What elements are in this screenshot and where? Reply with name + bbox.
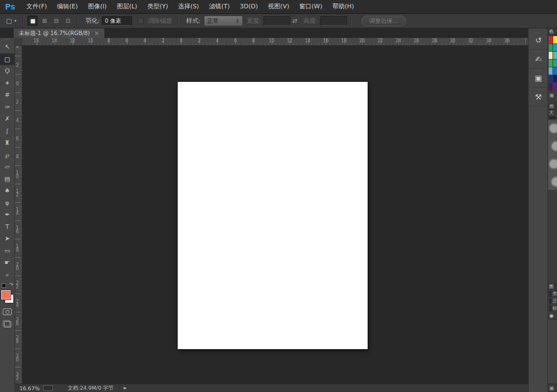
vertical-ruler[interactable]: 4202468101214161820222426283032 bbox=[14, 45, 22, 384]
tool-preset-picker[interactable]: ▢ ▾ bbox=[3, 17, 19, 24]
menu-item[interactable]: 图层(L) bbox=[112, 0, 143, 13]
foreground-color-swatch[interactable] bbox=[1, 290, 11, 300]
menu-item[interactable]: 视图(V) bbox=[263, 0, 294, 13]
swatch[interactable] bbox=[553, 67, 557, 75]
swatch[interactable] bbox=[549, 83, 553, 90]
layers-control-row[interactable]: 正 bbox=[548, 297, 557, 305]
brushes-panel-header[interactable]: 画 bbox=[548, 102, 557, 110]
menu-item[interactable]: 窗口(W) bbox=[294, 0, 327, 13]
zoom-tool[interactable]: ⌕ bbox=[0, 269, 14, 281]
quick-mask-button[interactable] bbox=[0, 306, 14, 317]
brush-preset[interactable] bbox=[549, 124, 557, 133]
path-selection-tool[interactable]: ➤ bbox=[0, 233, 14, 245]
menu-item[interactable]: 选择(S) bbox=[173, 0, 204, 13]
menu-item[interactable]: 滤镜(T) bbox=[204, 0, 234, 13]
ruler-number: 26 bbox=[15, 318, 19, 326]
swatch[interactable] bbox=[553, 75, 557, 82]
crop-tool[interactable]: # bbox=[0, 89, 14, 101]
dodge-tool[interactable]: φ bbox=[0, 197, 14, 209]
move-tool[interactable]: ↖ bbox=[0, 41, 14, 53]
eraser-tool[interactable]: ▱ bbox=[0, 161, 14, 173]
gradient-tool[interactable]: ▤ bbox=[0, 173, 14, 185]
layers-control-row[interactable]: 类 bbox=[548, 290, 557, 297]
history-panel-icon[interactable]: ↺ bbox=[529, 31, 548, 50]
spacer bbox=[548, 190, 557, 283]
clone-stamp-tool[interactable]: ♜ bbox=[0, 137, 14, 149]
brush-size-slider[interactable] bbox=[549, 117, 556, 119]
history-brush-tool[interactable]: ℘ bbox=[0, 149, 14, 161]
swap-colors-icon[interactable]: ↷ bbox=[9, 282, 13, 287]
layers-panel-footer-icon[interactable]: ▣ bbox=[548, 384, 557, 392]
refine-edge-button[interactable]: 调整边缘… bbox=[361, 16, 407, 26]
menu-item[interactable]: 类型(Y) bbox=[142, 0, 173, 13]
layers-list[interactable] bbox=[548, 319, 557, 384]
screen-mode-button[interactable] bbox=[0, 317, 14, 331]
swatch[interactable] bbox=[553, 83, 557, 90]
color-widget: ↷ bbox=[0, 282, 14, 306]
new-swatch-icon[interactable]: ▣ bbox=[548, 91, 557, 99]
zoom-level-field[interactable]: 16.67% bbox=[19, 385, 40, 391]
swatch[interactable] bbox=[549, 44, 553, 51]
healing-brush-tool[interactable]: ✗ bbox=[0, 113, 14, 125]
document-size-info: 文档:24.9M/0 字节 bbox=[67, 385, 114, 392]
swatch[interactable] bbox=[553, 60, 557, 67]
style-select[interactable]: 正常 ⇕ bbox=[204, 16, 243, 26]
ruler-number: 20 bbox=[15, 263, 19, 271]
layers-control-row[interactable]: 锁 bbox=[548, 305, 557, 312]
add-to-selection-button[interactable]: ⊞ bbox=[39, 16, 50, 26]
layers-panel-header[interactable]: 图 bbox=[548, 283, 557, 290]
feather-input[interactable]: 0 像素 bbox=[102, 16, 132, 26]
hand-tool[interactable]: ☛ bbox=[0, 257, 14, 269]
magic-wand-tool[interactable]: ✶ bbox=[0, 77, 14, 90]
document-tab[interactable]: 未标题-1 @ 16.7%(RGB/8) × bbox=[13, 28, 105, 38]
horizontal-ruler[interactable]: 1614121086420246810121416182022242628303… bbox=[14, 38, 528, 46]
menu-item[interactable]: 编辑(E) bbox=[52, 0, 83, 13]
menu-item[interactable]: 3D(D) bbox=[235, 0, 263, 13]
brush-preset[interactable] bbox=[551, 177, 557, 187]
brush-tool[interactable]: ʃ bbox=[0, 125, 14, 138]
swatch[interactable] bbox=[553, 36, 557, 43]
rectangular-marquee-tool[interactable]: ▢ bbox=[0, 53, 14, 66]
menu-item[interactable]: 文件(F) bbox=[21, 0, 52, 13]
layer-comps-panel-icon[interactable]: ▣ bbox=[529, 68, 548, 87]
shape-tool[interactable]: ▭ bbox=[0, 245, 14, 257]
height-input[interactable] bbox=[320, 16, 347, 26]
brush-panel-icon[interactable]: ✍ bbox=[529, 50, 548, 68]
ruler-number: 30 bbox=[15, 354, 19, 362]
tool-presets-panel-icon[interactable]: ⚒ bbox=[529, 87, 548, 106]
close-icon[interactable]: × bbox=[94, 30, 99, 36]
swatch[interactable] bbox=[553, 52, 557, 59]
default-colors-icon[interactable] bbox=[2, 283, 6, 288]
swatch[interactable] bbox=[549, 67, 553, 75]
subtract-from-selection-button[interactable]: ⊟ bbox=[51, 16, 61, 26]
brush-preset[interactable] bbox=[549, 159, 557, 169]
ruler-number: 4 bbox=[15, 118, 19, 122]
layer-visibility-eye-icon[interactable]: ◉ bbox=[548, 312, 557, 319]
antialias-checkbox[interactable] bbox=[138, 18, 144, 24]
eyedropper-tool[interactable]: ✑ bbox=[0, 101, 14, 114]
blur-tool[interactable]: ♠ bbox=[0, 185, 14, 197]
swatch[interactable] bbox=[549, 75, 553, 82]
status-icon[interactable] bbox=[43, 385, 53, 391]
swatch[interactable] bbox=[549, 60, 553, 67]
ruler-number: 32 bbox=[15, 373, 19, 380]
separator bbox=[22, 16, 23, 26]
menu-item[interactable]: 帮助(H) bbox=[328, 0, 359, 13]
lasso-tool[interactable]: Ϙ bbox=[0, 65, 14, 77]
menu-item[interactable]: 图像(I) bbox=[83, 0, 112, 13]
intersect-selection-button[interactable]: ⊡ bbox=[62, 16, 73, 26]
swatches-panel-header[interactable]: 色 bbox=[548, 28, 557, 35]
status-menu-arrow-icon[interactable]: ▶ bbox=[124, 386, 126, 390]
brush-preset[interactable] bbox=[551, 141, 557, 151]
width-input[interactable] bbox=[263, 16, 290, 26]
new-selection-button[interactable]: ■ bbox=[27, 16, 38, 26]
type-tool[interactable]: T bbox=[0, 221, 14, 233]
ruler-corner[interactable] bbox=[14, 38, 22, 46]
document-canvas[interactable] bbox=[178, 82, 368, 349]
swatch[interactable] bbox=[549, 36, 553, 43]
ruler-number: 28 bbox=[432, 38, 437, 44]
swap-dimensions-icon[interactable]: ⇄ bbox=[292, 17, 297, 24]
swatch[interactable] bbox=[549, 52, 553, 59]
swatch[interactable] bbox=[553, 44, 557, 51]
pen-tool[interactable]: ✒ bbox=[0, 209, 14, 221]
